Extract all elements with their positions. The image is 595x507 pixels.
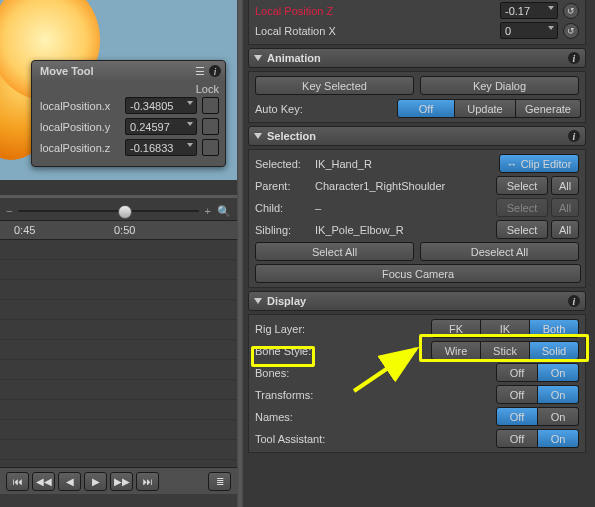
collapse-icon	[254, 133, 262, 139]
timeline-tracks[interactable]	[0, 240, 237, 467]
deselect-all-button[interactable]: Deselect All	[420, 242, 579, 261]
key-selected-button[interactable]: Key Selected	[255, 76, 414, 95]
playback-button[interactable]: ◀◀	[32, 472, 55, 491]
display-row-label: Rig Layer:	[255, 323, 431, 335]
ruler-tick: 0:50	[114, 224, 135, 236]
parent-select-button[interactable]: Select	[496, 176, 548, 195]
parent-value: Character1_RightShoulder	[315, 180, 496, 192]
info-icon[interactable]: i	[568, 52, 580, 64]
lock-label: Lock	[196, 83, 219, 95]
child-all-button: All	[551, 198, 579, 217]
lock-checkbox[interactable]	[202, 118, 219, 135]
playback-button[interactable]: ▶▶	[110, 472, 133, 491]
display-option-button[interactable]: On	[538, 385, 579, 404]
lock-checkbox[interactable]	[202, 97, 219, 114]
autokey-generate-button[interactable]: Generate	[516, 99, 581, 118]
selected-label: Selected:	[255, 158, 315, 170]
ruler-tick: 0:45	[14, 224, 114, 236]
display-option-button[interactable]: Off	[496, 407, 538, 426]
autokey-update-button[interactable]: Update	[455, 99, 516, 118]
search-icon[interactable]: 🔍	[217, 205, 231, 218]
menu-icon[interactable]: ☰	[195, 65, 205, 78]
move-tool-field-label: localPosition.x	[40, 100, 120, 112]
display-row-label: Transforms:	[255, 389, 496, 401]
highlight-rig-layer-options	[419, 334, 589, 362]
playback-button[interactable]: ⏮	[6, 472, 29, 491]
animation-body: Key Selected Key Dialog Auto Key: Off Up…	[248, 71, 586, 123]
display-option-button[interactable]: On	[538, 363, 579, 382]
move-tool-panel: Move Tool ☰ i Lock localPosition.x -0.34…	[31, 60, 226, 167]
move-tool-field-input[interactable]: -0.16833	[125, 139, 197, 156]
transform-field-input[interactable]: 0	[500, 22, 558, 39]
child-label: Child:	[255, 202, 315, 214]
sibling-label: Sibling:	[255, 224, 315, 236]
move-tool-title: Move Tool	[40, 65, 94, 77]
section-title: Animation	[267, 52, 321, 64]
layers-button[interactable]: ≣	[208, 472, 231, 491]
playback-button[interactable]: ◀	[58, 472, 81, 491]
sibling-select-button[interactable]: Select	[496, 220, 548, 239]
selection-header[interactable]: Selection i	[248, 126, 586, 146]
info-icon[interactable]: i	[568, 295, 580, 307]
display-header[interactable]: Display i	[248, 291, 586, 311]
zoom-out-icon[interactable]: −	[6, 205, 12, 217]
collapse-icon	[254, 55, 262, 61]
selection-body: Selected: IK_Hand_R ↔ Clip Editor Parent…	[248, 149, 586, 288]
transform-field-label: Local Position Z	[255, 5, 495, 17]
timeline-ruler[interactable]: 0:45 0:50	[0, 220, 237, 240]
section-title: Selection	[267, 130, 316, 142]
display-option-button[interactable]: Off	[496, 385, 538, 404]
display-option-button[interactable]: On	[538, 429, 579, 448]
sibling-value: IK_Pole_Elbow_R	[315, 224, 496, 236]
move-tool-field-label: localPosition.y	[40, 121, 120, 133]
highlight-rig-layer-label	[251, 346, 315, 367]
child-value: –	[315, 202, 496, 214]
zoom-slider[interactable]	[18, 210, 198, 212]
section-title: Display	[267, 295, 306, 307]
playback-button[interactable]: ⏭	[136, 472, 159, 491]
display-option-button[interactable]: On	[538, 407, 579, 426]
display-row-label: Names:	[255, 411, 496, 423]
animation-header[interactable]: Animation i	[248, 48, 586, 68]
parent-label: Parent:	[255, 180, 315, 192]
inspector-column: Local Position Z -0.17 ↺Local Rotation X…	[245, 0, 589, 507]
move-tool-field-label: localPosition.z	[40, 142, 120, 154]
auto-key-label: Auto Key:	[255, 103, 335, 115]
display-row-label: Tool Assistant:	[255, 433, 496, 445]
timeline-panel: − + 🔍 0:45 0:50 ⏮◀◀◀▶▶▶⏭ ≣	[0, 195, 237, 507]
move-tool-header[interactable]: Move Tool ☰ i	[32, 61, 225, 81]
playback-controls: ⏮◀◀◀▶▶▶⏭ ≣	[0, 467, 237, 494]
transform-section-body: Local Position Z -0.17 ↺Local Rotation X…	[248, 0, 586, 45]
parent-all-button[interactable]: All	[551, 176, 579, 195]
autokey-off-button[interactable]: Off	[397, 99, 455, 118]
display-option-button[interactable]: Off	[496, 363, 538, 382]
select-all-button[interactable]: Select All	[255, 242, 414, 261]
lock-checkbox[interactable]	[202, 139, 219, 156]
sibling-all-button[interactable]: All	[551, 220, 579, 239]
transform-field-input[interactable]: -0.17	[500, 2, 558, 19]
info-icon[interactable]: i	[568, 130, 580, 142]
zoom-slider-handle[interactable]	[118, 205, 132, 219]
selected-value: IK_Hand_R	[315, 158, 499, 170]
collapse-icon	[254, 298, 262, 304]
display-option-button[interactable]: Off	[496, 429, 538, 448]
info-icon[interactable]: i	[209, 65, 221, 77]
key-dialog-button[interactable]: Key Dialog	[420, 76, 579, 95]
splitter-vertical[interactable]	[237, 0, 243, 507]
focus-camera-button[interactable]: Focus Camera	[255, 264, 581, 283]
reset-icon[interactable]: ↺	[563, 3, 579, 19]
clip-editor-button[interactable]: ↔ Clip Editor	[499, 154, 579, 173]
child-select-button: Select	[496, 198, 548, 217]
zoom-in-icon[interactable]: +	[205, 205, 211, 217]
display-row-label: Bones:	[255, 367, 496, 379]
move-tool-field-input[interactable]: 0.24597	[125, 118, 197, 135]
playback-button[interactable]: ▶	[84, 472, 107, 491]
move-tool-fields: localPosition.x -0.34805 localPosition.y…	[32, 95, 225, 166]
move-tool-field-input[interactable]: -0.34805	[125, 97, 197, 114]
transform-field-label: Local Rotation X	[255, 25, 495, 37]
reset-icon[interactable]: ↺	[563, 23, 579, 39]
